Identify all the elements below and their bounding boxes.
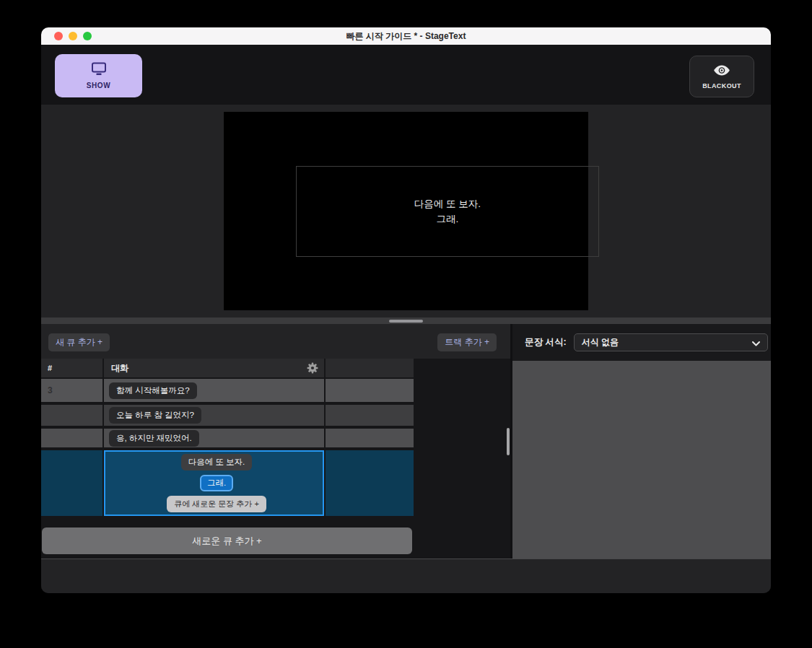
add-cue-button[interactable]: 새 큐 추가 + bbox=[48, 333, 110, 351]
vertical-scrollbar[interactable] bbox=[507, 428, 510, 455]
sentence-chip[interactable]: 오늘 하루 참 길었지? bbox=[109, 407, 201, 424]
stage-preview: 다음에 또 보자. 그래. bbox=[224, 112, 588, 310]
add-track-button[interactable]: 트랙 추가 + bbox=[437, 333, 497, 351]
close-window-button[interactable] bbox=[54, 32, 63, 40]
cue-cell[interactable]: 오늘 하루 참 길었지? bbox=[104, 405, 324, 426]
eye-icon bbox=[713, 64, 730, 79]
format-label: 문장 서식: bbox=[525, 336, 567, 349]
sentence-chip[interactable]: 응, 하지만 재밌었어. bbox=[109, 430, 199, 447]
blackout-button[interactable]: BLACKOUT bbox=[689, 56, 754, 97]
cue-cell-empty[interactable] bbox=[326, 405, 414, 426]
cue-number bbox=[41, 429, 102, 447]
format-panel: 문장 서식: 서식 없음 bbox=[512, 324, 771, 559]
format-dropdown-value: 서식 없음 bbox=[582, 336, 619, 349]
chevron-down-icon bbox=[752, 336, 760, 349]
minimize-window-button[interactable] bbox=[69, 32, 77, 40]
blackout-button-label: BLACKOUT bbox=[702, 82, 741, 89]
cue-row[interactable]: 오늘 하루 참 길었지? bbox=[41, 405, 412, 426]
window-title: 빠른 시작 가이드 * - StageText bbox=[346, 30, 466, 43]
toolbar: SHOW BLACKOUT bbox=[41, 45, 771, 105]
sentence-chip[interactable]: 다음에 또 보자. bbox=[181, 454, 253, 470]
monitor-icon bbox=[91, 62, 107, 79]
column-header-number: # bbox=[41, 359, 102, 377]
sentence-chip[interactable]: 함께 시작해볼까요? bbox=[109, 382, 197, 399]
cue-cell[interactable]: 응, 하지만 재밌었어. bbox=[104, 429, 324, 447]
bottom-bar bbox=[41, 559, 771, 593]
column-header-track[interactable]: 대화 bbox=[104, 359, 324, 377]
traffic-lights bbox=[54, 32, 92, 40]
format-dropdown[interactable]: 서식 없음 bbox=[574, 333, 768, 351]
cue-cell[interactable]: 함께 시작해볼까요? bbox=[104, 379, 324, 402]
resizer-handle-icon[interactable] bbox=[389, 320, 423, 323]
preview-area: 다음에 또 보자. 그래. bbox=[41, 105, 771, 318]
stage-text-box: 다음에 또 보자. 그래. bbox=[296, 166, 599, 257]
add-new-cue-button[interactable]: 새로운 큐 추가 + bbox=[42, 527, 412, 554]
selected-cue-cell[interactable]: 다음에 또 보자. 그래. 큐에 새로운 문장 추가 + bbox=[104, 450, 324, 516]
cue-number: 3 bbox=[41, 379, 102, 402]
show-button[interactable]: SHOW bbox=[55, 54, 142, 97]
show-button-label: SHOW bbox=[87, 82, 111, 89]
app-window: 빠른 시작 가이드 * - StageText SHOW BLACKOUT bbox=[41, 27, 771, 593]
cue-cell-empty[interactable] bbox=[326, 379, 414, 402]
cue-row-selected[interactable]: 다음에 또 보자. 그래. 큐에 새로운 문장 추가 + bbox=[41, 450, 412, 516]
cue-cell-empty[interactable] bbox=[326, 450, 414, 516]
cue-number bbox=[41, 450, 102, 516]
cue-cell-empty[interactable] bbox=[326, 429, 414, 447]
title-bar: 빠른 시작 가이드 * - StageText bbox=[41, 27, 771, 45]
cue-row[interactable]: 3 함께 시작해볼까요? bbox=[41, 379, 412, 402]
track-column-title: 대화 bbox=[111, 362, 128, 375]
stage-text-line: 다음에 또 보자. bbox=[414, 196, 481, 211]
gear-icon[interactable] bbox=[307, 362, 318, 376]
zoom-window-button[interactable] bbox=[83, 32, 92, 40]
cue-list-panel: 새 큐 추가 + 트랙 추가 + # 대화 bbox=[41, 324, 510, 559]
format-panel-body bbox=[512, 361, 771, 559]
add-sentence-button[interactable]: 큐에 새로운 문장 추가 + bbox=[167, 496, 266, 512]
panel-resizer[interactable] bbox=[41, 318, 771, 324]
lower-area: 새 큐 추가 + 트랙 추가 + # 대화 bbox=[41, 324, 771, 559]
cue-row[interactable]: 응, 하지만 재밌었어. bbox=[41, 429, 412, 447]
format-bar: 문장 서식: 서식 없음 bbox=[512, 324, 771, 361]
stage-text-line: 그래. bbox=[437, 211, 459, 227]
cue-number bbox=[41, 405, 102, 426]
active-sentence-chip[interactable]: 그래. bbox=[200, 475, 233, 491]
column-header-empty bbox=[326, 359, 414, 377]
cue-table-header: # 대화 bbox=[41, 359, 412, 377]
